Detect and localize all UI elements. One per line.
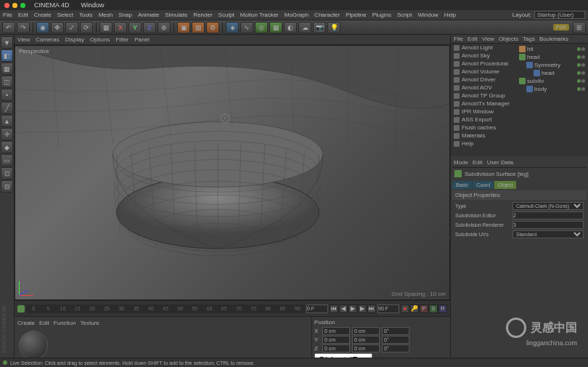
workplane-lock[interactable]: ⊟	[1, 180, 13, 193]
rot-y[interactable]	[382, 336, 409, 344]
snap-enable[interactable]: ⊡	[1, 167, 13, 180]
object-hierarchy[interactable]: hit head Symmetry head subdiv body	[516, 44, 588, 156]
obj-body[interactable]: body	[518, 85, 587, 93]
tab-coord[interactable]: Coord	[473, 181, 494, 189]
make-editable[interactable]: ▼	[1, 36, 13, 49]
add-camera[interactable]: 📷	[313, 22, 326, 33]
add-subdivision[interactable]: ▦	[269, 22, 282, 33]
menu-select[interactable]: Select	[57, 12, 73, 18]
sub-uvs-select[interactable]: Standard	[513, 230, 584, 238]
add-cube[interactable]: ◈	[226, 22, 239, 33]
render-view[interactable]: ▣	[177, 22, 190, 33]
vp-menu-panel[interactable]: Panel	[134, 36, 149, 43]
axis-lock-y[interactable]: Y	[128, 22, 142, 33]
layout-select[interactable]	[534, 11, 585, 19]
size-x[interactable]	[352, 327, 380, 335]
texture-mode[interactable]: ▦	[1, 62, 13, 75]
menu-motiontracker[interactable]: Motion Tracker	[240, 12, 279, 18]
scale-tool[interactable]: ⤢	[65, 22, 78, 33]
key-scale[interactable]: S	[429, 305, 438, 313]
om-file[interactable]: File	[454, 36, 463, 42]
vp-menu-cameras[interactable]: Cameras	[36, 36, 59, 43]
arnold-sky[interactable]: Arnold Sky	[451, 52, 516, 60]
render-picture[interactable]: ▨	[192, 22, 205, 33]
end-frame[interactable]	[377, 305, 399, 313]
menu-animate[interactable]: Animate	[138, 12, 159, 18]
menu-mograph[interactable]: MoGraph	[285, 12, 309, 18]
mat-create[interactable]: Create	[17, 320, 35, 326]
undo-button[interactable]: ↶	[2, 22, 15, 33]
key-rot[interactable]: R	[438, 305, 447, 313]
prev-frame[interactable]: ◀	[339, 305, 348, 313]
menu-simulate[interactable]: Simulate	[165, 12, 187, 18]
goto-end[interactable]: ⏭	[367, 305, 376, 313]
tweak-mode[interactable]: ◆	[1, 141, 13, 153]
add-generator[interactable]: ◎	[255, 22, 268, 33]
menu-edit[interactable]: Edit	[18, 12, 28, 18]
menu-window[interactable]: Window	[417, 12, 438, 18]
psr-indicator[interactable]: PSR	[553, 24, 569, 31]
move-tool[interactable]: ✥	[51, 22, 64, 33]
om-tags[interactable]: Tags	[523, 36, 535, 42]
menu-character[interactable]: Character	[314, 12, 340, 18]
obj-head-child[interactable]: head	[518, 69, 587, 77]
type-select[interactable]: Catmull-Clark (N-Gons)	[513, 202, 584, 210]
add-light[interactable]: 💡	[327, 22, 340, 33]
timeline-cursor[interactable]	[17, 305, 25, 312]
om-objects[interactable]: Objects	[499, 36, 518, 42]
axis-lock-x[interactable]: X	[114, 22, 127, 33]
pos-y[interactable]	[322, 336, 350, 344]
pos-z[interactable]	[322, 344, 350, 352]
goto-start[interactable]: ⏮	[330, 305, 338, 313]
attr-userdata[interactable]: User Data	[487, 159, 513, 166]
material-preview[interactable]	[19, 331, 48, 360]
size-y[interactable]	[352, 336, 380, 344]
vp-menu-filter[interactable]: Filter	[115, 36, 128, 43]
attr-mode[interactable]: Mode	[454, 159, 468, 166]
key-pos[interactable]: P	[420, 305, 428, 313]
mat-texture[interactable]: Texture	[81, 320, 99, 326]
last-tool[interactable]: ▦	[99, 22, 113, 33]
obj-head[interactable]: head	[518, 53, 587, 61]
axis-lock-z[interactable]: Z	[143, 22, 156, 33]
obj-hit[interactable]: hit	[518, 45, 587, 53]
arnold-materials[interactable]: Materials	[451, 132, 516, 140]
menu-render[interactable]: Render	[193, 12, 212, 18]
model-mode[interactable]: ◧	[1, 49, 13, 62]
edge-mode[interactable]: ╱	[1, 102, 13, 114]
sub-editor-input[interactable]	[513, 211, 584, 219]
add-deformer[interactable]: ◐	[284, 22, 297, 33]
attr-edit[interactable]: Edit	[473, 159, 483, 166]
arnold-procedural[interactable]: Arnold Procedural	[451, 60, 516, 68]
pos-x[interactable]	[322, 327, 350, 335]
arnold-tpgroup[interactable]: Arnold TP Group	[451, 92, 516, 100]
menu-create[interactable]: Create	[34, 12, 52, 18]
arnold-flush[interactable]: Flush caches	[451, 124, 516, 132]
perspective-viewport[interactable]: Perspective Grid Spacing : 10 cm	[15, 45, 450, 300]
arnold-help[interactable]: Help	[451, 140, 516, 148]
menu-script[interactable]: Script	[397, 12, 412, 18]
coord-system[interactable]: ⊕	[158, 22, 171, 33]
obj-symmetry[interactable]: Symmetry	[518, 61, 587, 69]
point-mode[interactable]: •	[1, 89, 13, 101]
autokey-button[interactable]: 🔑	[410, 305, 419, 313]
arnold-ipr[interactable]: IPR Window	[451, 108, 516, 116]
vp-menu-view[interactable]: View	[17, 36, 30, 43]
next-frame[interactable]: ▶	[358, 305, 367, 313]
om-bookmarks[interactable]: Bookmarks	[539, 36, 568, 42]
menu-pipeline[interactable]: Pipeline	[346, 12, 366, 18]
om-edit[interactable]: Edit	[467, 36, 478, 42]
timeline-ruler[interactable]: 0510 152025 303540 455055 606570 758085 …	[26, 305, 305, 313]
arnold-assexport[interactable]: ASS Export	[451, 116, 516, 124]
mat-function[interactable]: Function	[54, 320, 76, 326]
sub-renderer-input[interactable]	[513, 221, 584, 229]
rotate-tool[interactable]: ⟳	[80, 22, 93, 33]
close-window[interactable]	[4, 3, 9, 8]
rot-x[interactable]	[382, 327, 409, 335]
menu-plugins[interactable]: Plugins	[372, 12, 391, 18]
maximize-window[interactable]	[20, 3, 25, 8]
rot-z[interactable]	[382, 344, 409, 352]
obj-subdiv[interactable]: subdiv	[518, 77, 587, 85]
timeline[interactable]: 0510 152025 303540 455055 606570 758085 …	[15, 300, 450, 316]
mat-edit[interactable]: Edit	[39, 320, 49, 326]
